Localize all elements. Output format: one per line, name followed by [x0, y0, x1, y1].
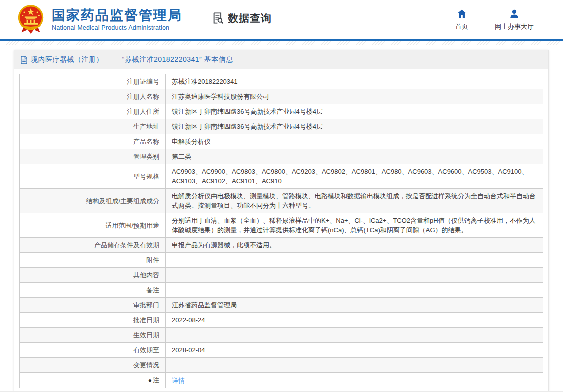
row-label: 备注	[20, 283, 166, 298]
national-emblem-logo	[17, 4, 45, 36]
user-icon	[509, 8, 520, 20]
striped-divider	[0, 41, 563, 46]
row-label: 型号规格	[20, 164, 166, 189]
row-label: 注册人住所	[20, 104, 166, 120]
row-value: 第二类	[166, 150, 544, 164]
row-value	[166, 283, 544, 298]
registration-info-table: 注册证编号苏械注准20182220341 注册人名称江苏奥迪康医学科技股份有限公…	[20, 74, 544, 388]
row-value: 电解质分析仪由电极模块、测量模块、管路模块、电路模块和数据输出模块组成，按是否配…	[166, 189, 544, 214]
row-value-note: 详情	[166, 373, 544, 388]
table-row: 生产地址镇江新区丁卯南纬四路36号高新技术产业园4号楼4层	[20, 120, 544, 134]
data-query-entry[interactable]: 数据查询	[212, 12, 272, 26]
row-label: 产品储存条件及有效期	[20, 238, 166, 253]
row-value: 分别适用于血清、血浆（全血）、稀释尿液样品中的K+、Na+、Cl-、iCa2+、…	[166, 214, 544, 238]
row-label: 注册人名称	[20, 90, 166, 104]
info-table-container: 注册证编号苏械注准20182220341 注册人名称江苏奥迪康医学科技股份有限公…	[14, 70, 548, 391]
nav-label-home: 首页	[456, 22, 468, 32]
table-row: 产品名称电解质分析仪	[20, 134, 544, 150]
row-label: 审批部门	[20, 298, 166, 313]
table-row: 注册证编号苏械注准20182220341	[20, 74, 544, 90]
org-name-block: 国家药品监督管理局 National Medical Products Admi…	[52, 8, 182, 32]
table-row: 备注	[20, 283, 544, 298]
table-row: 注册人住所镇江新区丁卯南纬四路36号高新技术产业园4号楼4层	[20, 104, 544, 120]
table-row: 附件	[20, 253, 544, 268]
document-icon	[20, 56, 28, 64]
row-value: 2022-08-24	[166, 313, 544, 328]
row-value: 2028-02-04	[166, 343, 544, 358]
row-value	[166, 253, 544, 268]
row-label: 管理类别	[20, 150, 166, 164]
home-icon	[456, 8, 468, 20]
table-row: 管理类别第二类	[20, 150, 544, 164]
note-balloon-icon: ●	[148, 376, 152, 386]
row-value: 江苏省药品监督管理局	[166, 298, 544, 313]
nav-item-service-hall[interactable]: 网上办事大厅	[495, 8, 534, 32]
main-content: 境内医疗器械（注册） —— “苏械注准20182220341” 基本信息 注册证…	[0, 46, 563, 392]
row-label: 附件	[20, 253, 166, 268]
data-query-label: 数据查询	[228, 12, 272, 26]
row-label: 生效日期	[20, 328, 166, 343]
page-title-bar: 境内医疗器械（注册） —— “苏械注准20182220341” 基本信息	[14, 50, 548, 70]
row-value: 苏械注准20182220341	[166, 74, 544, 90]
org-name-en: National Medical Products Administration	[52, 24, 182, 32]
table-row: 适用范围/预期用途分别适用于血清、血浆（全血）、稀释尿液样品中的K+、Na+、C…	[20, 214, 544, 238]
row-value	[166, 268, 544, 283]
details-link[interactable]: 详情	[172, 377, 185, 384]
row-value: 镇江新区丁卯南纬四路36号高新技术产业园4号楼4层	[166, 120, 544, 134]
table-row: 注册人名称江苏奥迪康医学科技股份有限公司	[20, 90, 544, 104]
content-box: 境内医疗器械（注册） —— “苏械注准20182220341” 基本信息 注册证…	[14, 50, 549, 392]
row-label: 注册证编号	[20, 74, 166, 90]
header-nav: 首页 网上办事大厅	[452, 8, 548, 32]
row-value	[166, 358, 544, 373]
row-value: 电解质分析仪	[166, 134, 544, 150]
row-label: 变更情况	[20, 358, 166, 373]
row-value	[166, 328, 544, 343]
row-value: 镇江新区丁卯南纬四路36号高新技术产业园4号楼4层	[166, 104, 544, 120]
table-row: 结构及组成/主要组成成分电解质分析仪由电极模块、测量模块、管路模块、电路模块和数…	[20, 189, 544, 214]
row-value: 江苏奥迪康医学科技股份有限公司	[166, 90, 544, 104]
nav-label-service-hall: 网上办事大厅	[495, 22, 534, 32]
nav-item-home[interactable]: 首页	[452, 8, 472, 32]
table-row-note: ●注 详情	[20, 373, 544, 388]
table-row: 产品储存条件及有效期申报产品为有源器械，此项不适用。	[20, 238, 544, 253]
table-row: 批准日期2022-08-24	[20, 313, 544, 328]
document-search-icon	[212, 12, 225, 25]
site-header: 国家药品监督管理局 National Medical Products Admi…	[0, 0, 563, 41]
row-label: 结构及组成/主要组成成分	[20, 189, 166, 214]
table-row: 审批部门江苏省药品监督管理局	[20, 298, 544, 313]
table-row: 生效日期	[20, 328, 544, 343]
row-label: 适用范围/预期用途	[20, 214, 166, 238]
row-value: AC9903、AC9900、AC9803、AC9800、AC9203、AC980…	[166, 164, 544, 189]
row-label: 有效期至	[20, 343, 166, 358]
row-value: 申报产品为有源器械，此项不适用。	[166, 238, 544, 253]
org-name-cn: 国家药品监督管理局	[52, 8, 182, 23]
row-label: 产品名称	[20, 134, 166, 150]
row-label: 生产地址	[20, 120, 166, 134]
note-label: 注	[153, 376, 160, 384]
table-row: 有效期至2028-02-04	[20, 343, 544, 358]
table-row: 型号规格AC9903、AC9900、AC9803、AC9800、AC9203、A…	[20, 164, 544, 189]
page-title: 境内医疗器械（注册） —— “苏械注准20182220341” 基本信息	[31, 56, 234, 64]
row-label: 批准日期	[20, 313, 166, 328]
row-label: 其他内容	[20, 268, 166, 283]
table-row: 变更情况	[20, 358, 544, 373]
table-row: 其他内容	[20, 268, 544, 283]
page: 国家药品监督管理局 National Medical Products Admi…	[0, 0, 563, 392]
row-label-note: ●注	[20, 373, 166, 388]
